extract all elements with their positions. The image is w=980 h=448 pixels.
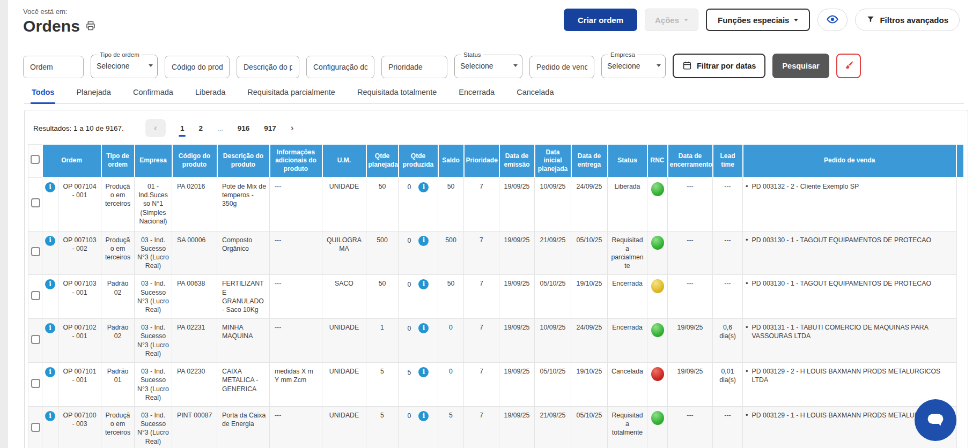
row-checkbox[interactable] (31, 291, 40, 300)
info-icon[interactable]: i (45, 236, 55, 246)
tab-planejada[interactable]: Planejada (75, 88, 112, 104)
product-code-filter-input[interactable] (165, 56, 230, 78)
clear-filters-button[interactable] (836, 54, 861, 78)
tab-confirmada[interactable]: Confirmada (132, 88, 174, 104)
row-checkbox[interactable] (31, 335, 40, 344)
cell-product_desc: CAIXA METALICA - GENERICA (217, 363, 270, 407)
page-number-2[interactable]: 2 (198, 124, 203, 132)
cell-order: OP 007104 - 001 (58, 177, 101, 231)
order-filter-input[interactable] (23, 56, 84, 78)
cell-balance: 500 (438, 231, 464, 275)
info-icon[interactable]: i (45, 367, 55, 377)
cell-type: Padrão 02 (101, 275, 135, 319)
cell-rnc (647, 177, 668, 231)
page-number-916[interactable]: 916 (238, 124, 250, 132)
info-icon[interactable]: i (45, 411, 55, 421)
cell-type: Padrão 01 (101, 363, 135, 407)
row-checkbox[interactable] (31, 379, 40, 388)
sales-order-filter-input[interactable] (529, 56, 594, 78)
info-icon[interactable]: i (418, 411, 429, 421)
search-button[interactable]: Pesquisar (772, 54, 829, 78)
cell-info: i (42, 363, 58, 407)
cell-qty_produced: 0i (399, 319, 438, 363)
cell-balance: 0 (438, 363, 464, 407)
column-header-type: Tipo de ordem (101, 144, 135, 177)
next-page-button[interactable]: › (291, 123, 294, 133)
status-select[interactable]: Status Selecione (454, 51, 522, 78)
page-number-917[interactable]: 917 (264, 124, 276, 132)
info-icon[interactable]: i (418, 236, 429, 246)
cell-um: UNIDADE (322, 177, 366, 231)
table-row: iOP 007104 - 001Produção em terceiros01 … (28, 177, 964, 231)
order-type-select[interactable]: Tipo de ordem Selecione (91, 51, 158, 78)
results-summary: Resultados: 1 a 10 de 9167. (33, 124, 124, 132)
special-functions-button[interactable]: Funções especiais (706, 9, 810, 31)
create-order-button[interactable]: Criar ordem (564, 9, 637, 31)
info-icon[interactable]: i (418, 323, 429, 333)
pagination: ‹ 12...916917 › (145, 119, 294, 137)
info-icon[interactable]: i (418, 367, 429, 377)
print-button[interactable] (85, 20, 96, 33)
tab-todos[interactable]: Todos (31, 88, 55, 104)
cell-issue_date: 19/09/25 (499, 231, 535, 275)
tab-requisitada-totalmente[interactable]: Requisitada totalmente (356, 88, 438, 104)
product-configuration-filter-input[interactable] (306, 56, 374, 78)
rnc-indicator-yellow (651, 279, 664, 293)
company-select[interactable]: Empresa Selecione (601, 51, 666, 78)
bullet-icon: • (746, 182, 748, 191)
cell-planned_start_date: 10/09/25 (535, 319, 571, 363)
advanced-filters-button[interactable]: Filtros avançados (855, 9, 960, 31)
cell-product_desc: Porta da Caixa de Energia (217, 407, 270, 448)
previous-page-button[interactable]: ‹ (145, 119, 166, 137)
filter-by-dates-button[interactable]: Filtrar por datas (673, 54, 765, 78)
cell-sales_order: •PD 003129 - 2 - H LOUIS BAXMANN PRODS M… (743, 363, 957, 407)
cell-type: Produção em terceiros (101, 177, 135, 231)
page-ellipsis: ... (217, 124, 223, 132)
select-all-checkbox[interactable] (31, 155, 40, 164)
product-description-filter-input[interactable] (237, 56, 299, 78)
filter-bar: Tipo de ordem Selecione Status Selecione… (23, 51, 980, 78)
cell-qty_planned: 500 (366, 231, 399, 275)
column-header-qty_produced: Qtde produzida (399, 144, 438, 177)
priority-filter-input[interactable] (381, 56, 447, 78)
table-row: iOP 007102 - 001Padrão 0203 - Ind. Suces… (28, 319, 964, 363)
cell-additional_info: --- (270, 407, 322, 448)
table-row: iOP 007100 - 003Produção em terceiros03 … (28, 407, 964, 448)
tab-requisitada-parcialmente[interactable]: Requisitada parcialmente (246, 88, 336, 104)
table-row: iOP 007103 - 001Padrão 0203 - Ind. Suces… (28, 275, 964, 319)
chat-widget-button[interactable] (915, 399, 956, 441)
cell-um: QUILOGRAMA (322, 231, 366, 275)
cell-delivery_date: 05/10/25 (571, 407, 608, 448)
cell-priority: 7 (464, 407, 499, 448)
cell-company: 03 - Ind. Sucesso N°3 (Lucro Real) (135, 319, 172, 363)
eye-icon (826, 13, 839, 27)
tab-cancelada[interactable]: Cancelada (515, 88, 555, 104)
cell-company: 03 - Ind. Sucesso N°3 (Lucro Real) (135, 275, 172, 319)
tab-encerrada[interactable]: Encerrada (458, 88, 496, 104)
bullet-icon: • (746, 411, 748, 420)
actions-menu-button[interactable]: Ações (645, 9, 698, 31)
row-checkbox[interactable] (31, 247, 40, 256)
info-icon[interactable]: i (45, 182, 55, 192)
info-icon[interactable]: i (418, 279, 429, 289)
visibility-button[interactable] (817, 9, 848, 31)
cell-rnc (647, 231, 668, 275)
cell-additional_info: --- (270, 177, 322, 231)
row-checkbox[interactable] (31, 423, 40, 432)
cell-status: Encerrada (608, 319, 647, 363)
bullet-icon: • (746, 279, 748, 288)
info-icon[interactable]: i (418, 182, 429, 192)
cell-qty_planned: 1 (366, 319, 399, 363)
cell-status: Requisitada parcialmente (608, 231, 647, 275)
page-number-1[interactable]: 1 (180, 124, 185, 132)
info-icon[interactable]: i (45, 279, 55, 289)
cell-type: Produção em terceiros (101, 231, 135, 275)
cell-checkbox (28, 407, 42, 448)
column-header-balance: Saldo (438, 144, 464, 177)
cell-qty_produced: 0i (399, 177, 438, 231)
brush-icon (843, 60, 854, 72)
tab-liberada[interactable]: Liberada (194, 88, 226, 104)
cell-qty_produced: 0i (399, 407, 438, 448)
info-icon[interactable]: i (45, 323, 55, 333)
row-checkbox[interactable] (31, 198, 40, 207)
